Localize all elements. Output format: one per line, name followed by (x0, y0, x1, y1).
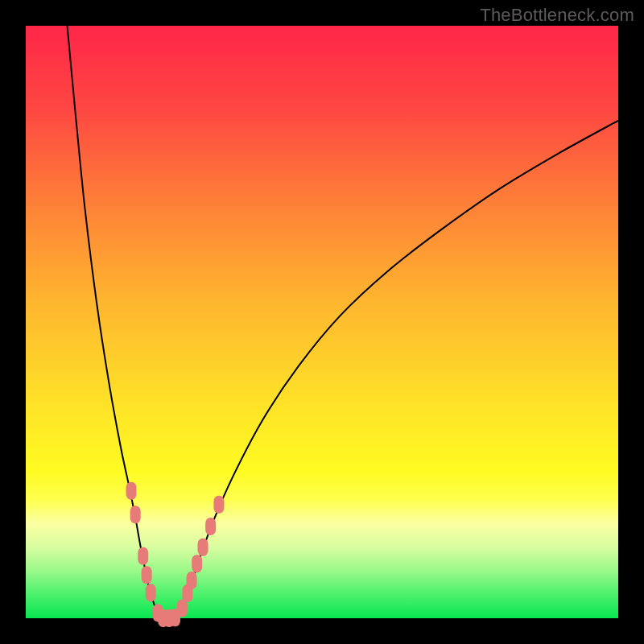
curve-marker (213, 496, 224, 514)
curve-marker (126, 482, 137, 500)
chart-frame: TheBottleneck.com (0, 0, 644, 644)
curve-marker (138, 547, 148, 565)
bottleneck-curve-layer (26, 26, 618, 618)
curve-marker (146, 584, 156, 601)
curve-marker (198, 539, 208, 556)
curve-marker (130, 506, 141, 523)
curve-marker (205, 518, 216, 535)
curve-marker (142, 566, 152, 584)
curve-marker (192, 555, 202, 572)
bottleneck-curve (68, 26, 618, 618)
watermark-text: TheBottleneck.com (480, 5, 634, 26)
curve-marker (187, 572, 197, 589)
